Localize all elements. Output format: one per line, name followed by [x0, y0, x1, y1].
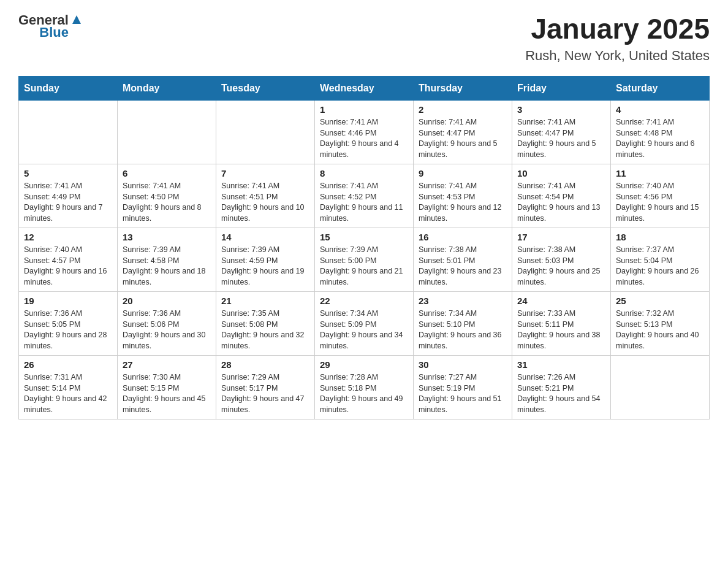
- day-number: 24: [517, 296, 605, 306]
- calendar-week-5: 26Sunrise: 7:31 AM Sunset: 5:14 PM Dayli…: [19, 356, 710, 419]
- day-number: 25: [616, 296, 704, 306]
- calendar-day: 15Sunrise: 7:39 AM Sunset: 5:00 PM Dayli…: [315, 228, 414, 292]
- day-info: Sunrise: 7:38 AM Sunset: 5:01 PM Dayligh…: [419, 245, 507, 288]
- calendar-day: 19Sunrise: 7:36 AM Sunset: 5:05 PM Dayli…: [19, 292, 118, 356]
- day-info: Sunrise: 7:39 AM Sunset: 5:00 PM Dayligh…: [320, 245, 408, 288]
- calendar-day: 3Sunrise: 7:41 AM Sunset: 4:47 PM Daylig…: [512, 101, 611, 164]
- day-number: 22: [320, 296, 408, 306]
- calendar-day: 29Sunrise: 7:28 AM Sunset: 5:18 PM Dayli…: [315, 356, 414, 419]
- day-number: 11: [616, 168, 704, 178]
- day-number: 29: [320, 359, 408, 370]
- day-number: 7: [221, 168, 309, 178]
- day-number: 17: [517, 232, 605, 242]
- col-saturday: Saturday: [611, 77, 710, 101]
- logo-text-blue: Blue: [39, 25, 69, 40]
- day-number: 20: [123, 296, 211, 306]
- day-number: 12: [24, 232, 112, 242]
- day-number: 3: [517, 104, 605, 115]
- day-number: 18: [616, 232, 704, 242]
- day-info: Sunrise: 7:41 AM Sunset: 4:52 PM Dayligh…: [320, 181, 408, 224]
- calendar-day: 25Sunrise: 7:32 AM Sunset: 5:13 PM Dayli…: [611, 292, 710, 356]
- calendar-day: 14Sunrise: 7:39 AM Sunset: 4:59 PM Dayli…: [216, 228, 315, 292]
- calendar-day: 27Sunrise: 7:30 AM Sunset: 5:15 PM Dayli…: [118, 356, 216, 419]
- calendar-day: 23Sunrise: 7:34 AM Sunset: 5:10 PM Dayli…: [414, 292, 512, 356]
- calendar-day: 8Sunrise: 7:41 AM Sunset: 4:52 PM Daylig…: [315, 164, 414, 228]
- day-number: 9: [419, 168, 507, 178]
- calendar-day: 16Sunrise: 7:38 AM Sunset: 5:01 PM Dayli…: [414, 228, 512, 292]
- day-info: Sunrise: 7:41 AM Sunset: 4:54 PM Dayligh…: [517, 181, 605, 224]
- calendar-day: 12Sunrise: 7:40 AM Sunset: 4:57 PM Dayli…: [19, 228, 118, 292]
- day-info: Sunrise: 7:40 AM Sunset: 4:57 PM Dayligh…: [24, 245, 112, 288]
- calendar-day: 1Sunrise: 7:41 AM Sunset: 4:46 PM Daylig…: [315, 101, 414, 164]
- day-number: 15: [320, 232, 408, 242]
- day-info: Sunrise: 7:31 AM Sunset: 5:14 PM Dayligh…: [24, 372, 112, 415]
- calendar-day: 28Sunrise: 7:29 AM Sunset: 5:17 PM Dayli…: [216, 356, 315, 419]
- day-number: 28: [221, 359, 309, 370]
- col-thursday: Thursday: [414, 77, 512, 101]
- calendar-day: 2Sunrise: 7:41 AM Sunset: 4:47 PM Daylig…: [414, 101, 512, 164]
- day-info: Sunrise: 7:36 AM Sunset: 5:05 PM Dayligh…: [24, 308, 112, 351]
- day-number: 31: [517, 359, 605, 370]
- day-number: 1: [320, 104, 408, 115]
- day-number: 6: [123, 168, 211, 178]
- day-number: 27: [123, 359, 211, 370]
- col-wednesday: Wednesday: [315, 77, 414, 101]
- day-info: Sunrise: 7:36 AM Sunset: 5:06 PM Dayligh…: [123, 308, 211, 351]
- main-title: January 2025: [525, 12, 710, 45]
- calendar-day: 20Sunrise: 7:36 AM Sunset: 5:06 PM Dayli…: [118, 292, 216, 356]
- day-info: Sunrise: 7:41 AM Sunset: 4:51 PM Dayligh…: [221, 181, 309, 224]
- day-info: Sunrise: 7:34 AM Sunset: 5:09 PM Dayligh…: [320, 308, 408, 351]
- day-number: 19: [24, 296, 112, 306]
- day-number: 8: [320, 168, 408, 178]
- calendar-day: 6Sunrise: 7:41 AM Sunset: 4:50 PM Daylig…: [118, 164, 216, 228]
- day-number: 21: [221, 296, 309, 306]
- day-info: Sunrise: 7:34 AM Sunset: 5:10 PM Dayligh…: [419, 308, 507, 351]
- day-info: Sunrise: 7:35 AM Sunset: 5:08 PM Dayligh…: [221, 308, 309, 351]
- calendar-day: 4Sunrise: 7:41 AM Sunset: 4:48 PM Daylig…: [611, 101, 710, 164]
- day-number: 2: [419, 104, 507, 115]
- page-header: General Blue January 2025 Rush, New York…: [18, 12, 710, 64]
- calendar-day: 26Sunrise: 7:31 AM Sunset: 5:14 PM Dayli…: [19, 356, 118, 419]
- calendar-day: [118, 101, 216, 164]
- day-info: Sunrise: 7:39 AM Sunset: 4:59 PM Dayligh…: [221, 245, 309, 288]
- day-info: Sunrise: 7:41 AM Sunset: 4:47 PM Dayligh…: [517, 117, 605, 160]
- day-info: Sunrise: 7:41 AM Sunset: 4:47 PM Dayligh…: [419, 117, 507, 160]
- day-info: Sunrise: 7:32 AM Sunset: 5:13 PM Dayligh…: [616, 308, 704, 351]
- day-info: Sunrise: 7:41 AM Sunset: 4:46 PM Dayligh…: [320, 117, 408, 160]
- calendar-week-3: 12Sunrise: 7:40 AM Sunset: 4:57 PM Dayli…: [19, 228, 710, 292]
- col-friday: Friday: [512, 77, 611, 101]
- calendar-day: 10Sunrise: 7:41 AM Sunset: 4:54 PM Dayli…: [512, 164, 611, 228]
- day-info: Sunrise: 7:33 AM Sunset: 5:11 PM Dayligh…: [517, 308, 605, 351]
- logo: General Blue: [18, 12, 83, 40]
- day-info: Sunrise: 7:29 AM Sunset: 5:17 PM Dayligh…: [221, 372, 309, 415]
- col-sunday: Sunday: [19, 77, 118, 101]
- calendar-day: 21Sunrise: 7:35 AM Sunset: 5:08 PM Dayli…: [216, 292, 315, 356]
- calendar-day: 5Sunrise: 7:41 AM Sunset: 4:49 PM Daylig…: [19, 164, 118, 228]
- day-info: Sunrise: 7:38 AM Sunset: 5:03 PM Dayligh…: [517, 245, 605, 288]
- day-number: 13: [123, 232, 211, 242]
- calendar-day: 18Sunrise: 7:37 AM Sunset: 5:04 PM Dayli…: [611, 228, 710, 292]
- day-number: 10: [517, 168, 605, 178]
- calendar-day: [19, 101, 118, 164]
- calendar-header: Sunday Monday Tuesday Wednesday Thursday…: [19, 77, 710, 101]
- day-number: 30: [419, 359, 507, 370]
- calendar-body: 1Sunrise: 7:41 AM Sunset: 4:46 PM Daylig…: [19, 101, 710, 419]
- logo-triangle-icon: [70, 13, 83, 26]
- day-number: 16: [419, 232, 507, 242]
- col-monday: Monday: [118, 77, 216, 101]
- day-info: Sunrise: 7:41 AM Sunset: 4:48 PM Dayligh…: [616, 117, 704, 160]
- day-number: 23: [419, 296, 507, 306]
- day-info: Sunrise: 7:41 AM Sunset: 4:50 PM Dayligh…: [123, 181, 211, 224]
- day-info: Sunrise: 7:28 AM Sunset: 5:18 PM Dayligh…: [320, 372, 408, 415]
- calendar-day: 24Sunrise: 7:33 AM Sunset: 5:11 PM Dayli…: [512, 292, 611, 356]
- day-number: 5: [24, 168, 112, 178]
- calendar-day: 11Sunrise: 7:40 AM Sunset: 4:56 PM Dayli…: [611, 164, 710, 228]
- calendar-day: 22Sunrise: 7:34 AM Sunset: 5:09 PM Dayli…: [315, 292, 414, 356]
- day-number: 14: [221, 232, 309, 242]
- location-subtitle: Rush, New York, United States: [525, 48, 710, 64]
- day-info: Sunrise: 7:27 AM Sunset: 5:19 PM Dayligh…: [419, 372, 507, 415]
- calendar-day: [216, 101, 315, 164]
- calendar-table: Sunday Monday Tuesday Wednesday Thursday…: [18, 76, 710, 419]
- day-info: Sunrise: 7:41 AM Sunset: 4:49 PM Dayligh…: [24, 181, 112, 224]
- calendar-week-2: 5Sunrise: 7:41 AM Sunset: 4:49 PM Daylig…: [19, 164, 710, 228]
